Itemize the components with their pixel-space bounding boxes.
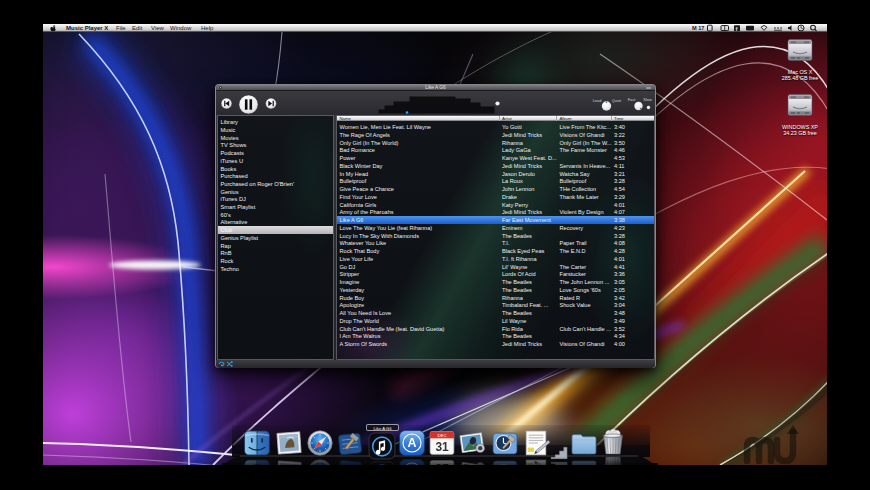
svg-text:Loud: Loud xyxy=(593,97,602,102)
svg-text:Slow: Slow xyxy=(643,97,652,102)
svg-text:A: A xyxy=(408,436,417,450)
svg-text:Fast: Fast xyxy=(628,97,636,102)
svg-text:Quiet: Quiet xyxy=(612,97,622,102)
svg-text:DEC: DEC xyxy=(437,433,446,438)
svg-text:M 17: M 17 xyxy=(692,25,704,31)
svg-text:31: 31 xyxy=(435,440,449,454)
